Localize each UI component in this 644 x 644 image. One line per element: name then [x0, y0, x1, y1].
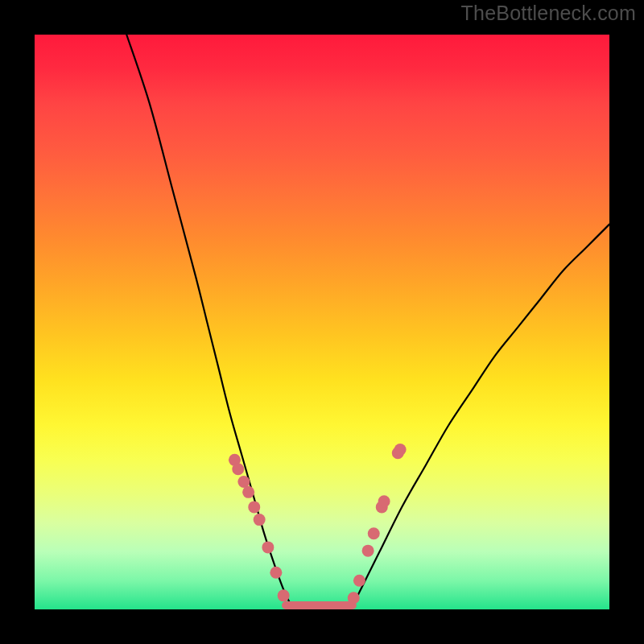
left-dot: [232, 463, 244, 475]
bottom-band: [282, 601, 357, 609]
right-dot: [378, 495, 390, 507]
left-dot: [270, 567, 282, 579]
right-dot: [368, 527, 380, 539]
right-dot: [362, 545, 374, 557]
chart-stage: TheBottleneck.com: [0, 0, 644, 644]
right-dot: [394, 444, 407, 456]
plot-area: [35, 35, 609, 609]
watermark-text: TheBottleneck.com: [461, 2, 636, 25]
right-dots-group: [348, 444, 407, 604]
right-curve: [351, 225, 609, 609]
left-curve: [126, 35, 293, 609]
right-dot: [348, 592, 360, 604]
left-dot: [262, 541, 274, 553]
left-dot: [242, 486, 254, 498]
right-dot: [353, 575, 365, 587]
left-dot: [254, 514, 266, 526]
chart-svg: [35, 35, 609, 609]
left-dot: [278, 589, 290, 601]
left-dot: [248, 501, 260, 513]
left-dot: [237, 476, 250, 488]
